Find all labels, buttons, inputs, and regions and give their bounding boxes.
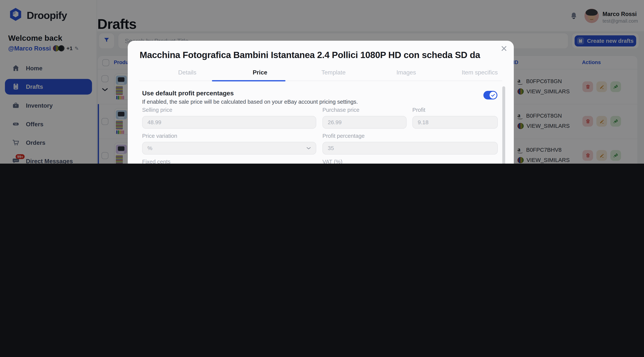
active-tab-indicator [212,80,285,81]
price-variation-label: Price variation [142,133,178,139]
selling-price-input[interactable] [142,116,316,129]
profit-label: Profit [412,107,426,113]
modal-scrollbar[interactable] [502,86,505,164]
profit-percentage-input[interactable] [322,142,498,155]
selling-price-label: Selling price [142,107,172,113]
purchase-price-label: Purchase price [322,107,359,113]
chevron-down-icon [306,147,311,150]
modal-title: Macchina Fotografica Bambini Istantanea … [140,50,502,61]
tab-details[interactable]: Details [178,69,196,76]
toggle-label: Use default profit percentages [142,90,234,97]
price-variation-select[interactable]: % [142,142,316,155]
draft-edit-modal: × Macchina Fotografica Bambini Istantane… [128,41,514,164]
profit-input[interactable] [412,116,498,129]
purchase-price-input[interactable] [322,116,406,129]
fixed-cents-label: Fixed cents [142,159,170,164]
toggle-description: If enabled, the sale price will be calcu… [142,99,358,105]
check-icon [491,94,495,97]
tab-price[interactable]: Price [253,69,267,76]
vat-label: VAT (%) [322,159,342,164]
app-root: Droopify Welcome back @Marco Rossi +1 ✎ … [0,0,644,164]
default-profit-toggle[interactable] [484,91,497,100]
tab-images[interactable]: Images [396,69,416,76]
tab-template[interactable]: Template [322,69,346,76]
tab-item-specifics[interactable]: Item specifics [462,69,498,76]
profit-percentage-label: Profit percentage [322,133,364,139]
modal-tabs: Details Price Template Images Item speci… [139,66,502,81]
